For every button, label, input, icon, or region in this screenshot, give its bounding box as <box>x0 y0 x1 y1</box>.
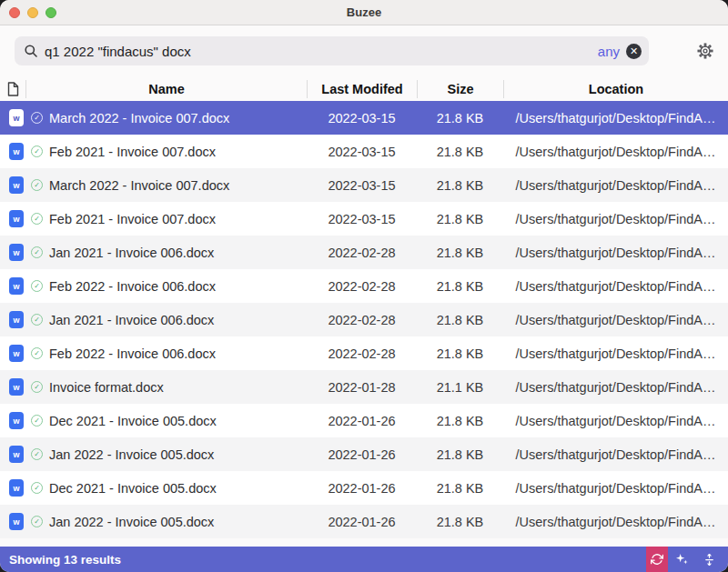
sparkles-icon <box>674 552 689 567</box>
file-name: Jan 2021 - Invoice 006.docx <box>49 246 214 260</box>
file-name-cell: ✓ Feb 2021 - Invoice 007.docx <box>25 145 307 159</box>
file-name-cell: ✓ Dec 2021 - Invoice 005.docx <box>25 481 307 496</box>
clear-search-icon[interactable]: ✕ <box>626 44 642 59</box>
file-size: 21.1 KB <box>417 380 503 395</box>
search-scope-toggle[interactable]: any <box>598 44 620 59</box>
table-footer-gap <box>0 538 728 547</box>
table-row[interactable]: w ✓ Invoice format.docx 2022-01-28 21.1 … <box>0 370 728 404</box>
file-name-cell: ✓ Feb 2021 - Invoice 007.docx <box>25 212 307 226</box>
file-type-cell: w <box>0 412 25 429</box>
file-size: 21.8 KB <box>417 481 503 496</box>
word-file-icon: w <box>9 345 24 362</box>
table-header: Name Last Modifed Size Location <box>0 76 728 101</box>
file-type-cell: w <box>0 446 25 463</box>
table-row[interactable]: w ✓ Dec 2021 - Invoice 005.docx 2022-01-… <box>0 471 728 505</box>
word-file-icon: w <box>9 244 24 261</box>
file-size: 21.8 KB <box>417 313 503 327</box>
word-file-icon: w <box>9 176 24 194</box>
file-size: 21.8 KB <box>417 111 503 125</box>
table-row[interactable]: w ✓ Jan 2022 - Invoice 005.docx 2022-01-… <box>0 505 728 538</box>
file-name-cell: ✓ Invoice format.docx <box>25 380 307 395</box>
file-name-cell: ✓ Jan 2021 - Invoice 006.docx <box>25 313 307 327</box>
file-modified-date: 2022-03-15 <box>307 145 417 159</box>
search-box[interactable]: any ✕ <box>15 36 649 65</box>
file-modified-date: 2022-02-28 <box>307 346 417 361</box>
file-size: 21.8 KB <box>417 212 503 226</box>
check-circle-icon: ✓ <box>31 146 43 157</box>
file-name: Feb 2022 - Invoice 006.docx <box>49 346 216 361</box>
search-input[interactable] <box>45 44 598 59</box>
check-circle-icon: ✓ <box>31 448 43 460</box>
table-row[interactable]: w ✓ Dec 2021 - Invoice 005.docx 2022-01-… <box>0 404 728 437</box>
expand-rows-button[interactable] <box>695 547 723 572</box>
settings-button[interactable] <box>675 43 713 59</box>
file-location: /Users/thatgurjot/Desktop/FindA… <box>503 111 728 125</box>
file-location: /Users/thatgurjot/Desktop/FindA… <box>503 178 728 193</box>
word-file-icon: w <box>9 210 24 227</box>
table-row[interactable]: w ✓ Feb 2022 - Invoice 006.docx 2022-02-… <box>0 269 728 303</box>
file-size: 21.8 KB <box>417 246 503 260</box>
table-row[interactable]: w ✓ Jan 2021 - Invoice 006.docx 2022-02-… <box>0 303 728 336</box>
file-location: /Users/thatgurjot/Desktop/FindA… <box>503 447 728 462</box>
file-name-cell: ✓ March 2022 - Invoice 007.docx <box>25 178 307 193</box>
file-name-cell: ✓ Jan 2021 - Invoice 006.docx <box>25 246 307 260</box>
ai-summary-button[interactable] <box>668 547 695 572</box>
file-location: /Users/thatgurjot/Desktop/FindA… <box>503 145 728 159</box>
file-name: March 2022 - Invoice 007.docx <box>49 178 229 193</box>
file-type-cell: w <box>0 378 25 396</box>
word-file-icon: w <box>9 277 24 295</box>
file-name-cell: ✓ Jan 2022 - Invoice 005.docx <box>25 515 307 529</box>
check-circle-icon: ✓ <box>31 314 43 326</box>
name-column-header[interactable]: Name <box>25 80 307 98</box>
file-name: Dec 2021 - Invoice 005.docx <box>49 481 217 496</box>
file-name-cell: ✓ Feb 2022 - Invoice 006.docx <box>25 346 307 361</box>
check-circle-icon: ✓ <box>31 179 43 191</box>
expand-vertical-icon <box>703 553 716 567</box>
file-modified-date: 2022-03-15 <box>307 212 417 226</box>
table-row[interactable]: w ✓ Jan 2021 - Invoice 006.docx 2022-02-… <box>0 236 728 269</box>
word-file-icon: w <box>9 311 24 328</box>
file-name-cell: ✓ Jan 2022 - Invoice 005.docx <box>25 447 307 462</box>
refresh-button[interactable] <box>646 547 668 572</box>
results-table: w ✓ March 2022 - Invoice 007.docx 2022-0… <box>0 101 728 538</box>
file-name-cell: ✓ March 2022 - Invoice 007.docx <box>25 111 307 125</box>
word-file-icon: w <box>9 446 24 463</box>
table-row[interactable]: w ✓ Feb 2021 - Invoice 007.docx 2022-03-… <box>0 202 728 236</box>
file-modified-date: 2022-01-26 <box>307 515 417 529</box>
table-row[interactable]: w ✓ Jan 2022 - Invoice 005.docx 2022-01-… <box>0 437 728 471</box>
file-modified-date: 2022-03-15 <box>307 111 417 125</box>
word-file-icon: w <box>9 412 24 429</box>
file-modified-date: 2022-03-15 <box>307 178 417 193</box>
check-circle-icon: ✓ <box>31 246 43 258</box>
file-type-cell: w <box>0 176 25 194</box>
file-type-cell: w <box>0 277 25 295</box>
check-circle-icon: ✓ <box>31 415 43 426</box>
status-bar-actions <box>646 547 728 572</box>
last-modified-column-header[interactable]: Last Modifed <box>307 80 417 98</box>
file-location: /Users/thatgurjot/Desktop/FindA… <box>503 481 728 496</box>
table-row[interactable]: w ✓ March 2022 - Invoice 007.docx 2022-0… <box>0 101 728 135</box>
file-modified-date: 2022-02-28 <box>307 246 417 260</box>
file-modified-date: 2022-02-28 <box>307 279 417 294</box>
table-row[interactable]: w ✓ Feb 2021 - Invoice 007.docx 2022-03-… <box>0 135 728 168</box>
location-column-header[interactable]: Location <box>503 80 728 98</box>
word-file-icon: w <box>9 378 24 396</box>
file-size: 21.8 KB <box>417 279 503 294</box>
file-type-cell: w <box>0 345 25 362</box>
search-area: any ✕ <box>0 25 728 76</box>
file-name: Jan 2022 - Invoice 005.docx <box>49 515 214 529</box>
file-size: 21.8 KB <box>417 145 503 159</box>
results-count-status: Showing 13 results <box>9 553 121 567</box>
size-column-header[interactable]: Size <box>417 80 503 98</box>
check-circle-icon: ✓ <box>31 516 43 527</box>
file-type-column-header[interactable] <box>0 80 25 98</box>
file-location: /Users/thatgurjot/Desktop/FindA… <box>503 279 728 294</box>
word-file-icon: w <box>9 513 24 530</box>
search-icon <box>24 44 38 58</box>
file-type-cell: w <box>0 311 25 328</box>
table-row[interactable]: w ✓ Feb 2022 - Invoice 006.docx 2022-02-… <box>0 336 728 370</box>
file-modified-date: 2022-02-28 <box>307 313 417 327</box>
file-size: 21.8 KB <box>417 178 503 193</box>
table-row[interactable]: w ✓ March 2022 - Invoice 007.docx 2022-0… <box>0 168 728 202</box>
file-type-cell: w <box>0 513 25 530</box>
